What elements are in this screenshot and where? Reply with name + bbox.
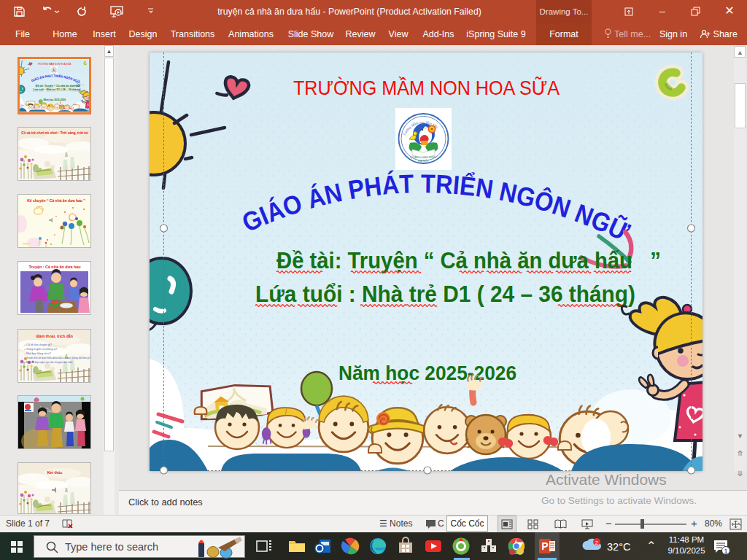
- svg-text:+ Mời cả lớp nghe lại câu chuy: + Mời cả lớp nghe lại câu chuyện lần nữa: [24, 361, 72, 364]
- svg-text:Kết thúc: Kết thúc: [47, 470, 63, 475]
- svg-text:1: 1: [724, 548, 727, 555]
- svg-text:P: P: [541, 540, 548, 552]
- svg-text:2: 2: [595, 540, 599, 546]
- svg-text:+ Nhà bạn Vàng có ai?: + Nhà bạn Vàng có ai?: [24, 352, 51, 355]
- svg-text:Truyện : Cả nhà ăn dưa hấu: Truyện : Cả nhà ăn dưa hấu: [29, 265, 81, 269]
- svg-text:Kể chuyện “ Cả nhà ăn dưa hấu: Kể chuyện “ Cả nhà ăn dưa hấu ”: [27, 198, 85, 203]
- svg-text:Đàm thoại, trích dẫn: Đàm thoại, trích dẫn: [36, 334, 73, 338]
- svg-text:Cô và trẻ chơi trò chơi : Trời: Cô và trẻ chơi trò chơi : Trời sáng, trờ…: [21, 131, 88, 135]
- svg-text:+ Trước khi ăn bạn hiếu dưa hấ: + Trước khi ăn bạn hiếu dưa hấu và bạn V…: [24, 357, 90, 359]
- svg-text:+ Cô kể cho chuyện gì?: + Cô kể cho chuyện gì?: [24, 343, 52, 346]
- svg-text:+ Trong truyện có những ai?: + Trong truyện có những ai?: [24, 348, 57, 351]
